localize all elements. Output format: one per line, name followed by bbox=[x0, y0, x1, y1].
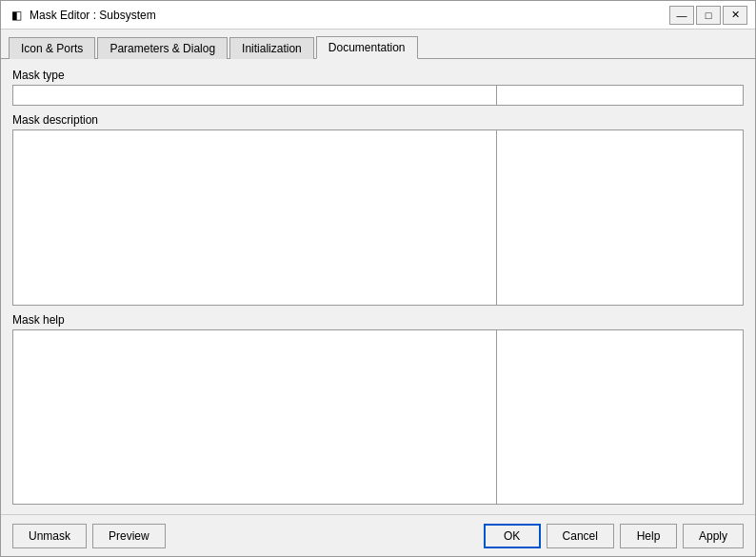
window-title: Mask Editor : Subsystem bbox=[30, 9, 156, 22]
mask-help-textarea-1[interactable] bbox=[12, 329, 496, 506]
title-bar-left: ◧ Mask Editor : Subsystem bbox=[9, 8, 156, 23]
bottom-right-buttons: OK Cancel Help Apply bbox=[484, 524, 744, 548]
app-icon: ◧ bbox=[9, 8, 24, 23]
apply-button[interactable]: Apply bbox=[683, 524, 744, 548]
close-button[interactable]: ✕ bbox=[723, 6, 747, 25]
mask-type-label: Mask type bbox=[12, 69, 744, 82]
tab-initialization[interactable]: Initialization bbox=[229, 37, 314, 59]
tab-icon-ports[interactable]: Icon & Ports bbox=[9, 37, 95, 59]
mask-description-group: Mask description bbox=[12, 113, 744, 306]
minimize-button[interactable]: — bbox=[669, 6, 694, 25]
unmask-button[interactable]: Unmask bbox=[12, 524, 87, 548]
mask-help-row bbox=[12, 329, 744, 506]
maximize-button[interactable]: □ bbox=[696, 6, 721, 25]
title-bar: ◧ Mask Editor : Subsystem — □ ✕ bbox=[1, 1, 755, 30]
content-area: Mask type Mask description Mask help bbox=[1, 59, 755, 514]
mask-description-textarea-2[interactable] bbox=[496, 129, 744, 306]
mask-description-label: Mask description bbox=[12, 113, 744, 127]
title-bar-controls: — □ ✕ bbox=[669, 6, 747, 25]
bottom-bar: Unmask Preview OK Cancel Help Apply bbox=[1, 514, 755, 556]
mask-help-textarea-2[interactable] bbox=[496, 329, 744, 506]
help-button[interactable]: Help bbox=[620, 524, 677, 548]
main-window: ◧ Mask Editor : Subsystem — □ ✕ Icon & P… bbox=[0, 0, 756, 557]
mask-type-group: Mask type bbox=[12, 69, 744, 106]
cancel-button[interactable]: Cancel bbox=[547, 524, 614, 548]
ok-button[interactable]: OK bbox=[484, 524, 541, 548]
mask-type-input-2[interactable] bbox=[496, 85, 744, 106]
bottom-left-buttons: Unmask Preview bbox=[12, 524, 166, 548]
mask-description-textarea-1[interactable] bbox=[12, 129, 496, 306]
preview-button[interactable]: Preview bbox=[92, 524, 166, 548]
mask-type-input-1[interactable] bbox=[12, 85, 496, 106]
mask-type-row bbox=[12, 85, 744, 106]
mask-help-label: Mask help bbox=[12, 313, 744, 327]
tab-documentation[interactable]: Documentation bbox=[316, 36, 418, 59]
mask-description-row bbox=[12, 129, 744, 306]
tabs-bar: Icon & Ports Parameters & Dialog Initial… bbox=[1, 30, 755, 59]
mask-help-group: Mask help bbox=[12, 313, 744, 506]
tab-parameters-dialog[interactable]: Parameters & Dialog bbox=[97, 37, 228, 59]
